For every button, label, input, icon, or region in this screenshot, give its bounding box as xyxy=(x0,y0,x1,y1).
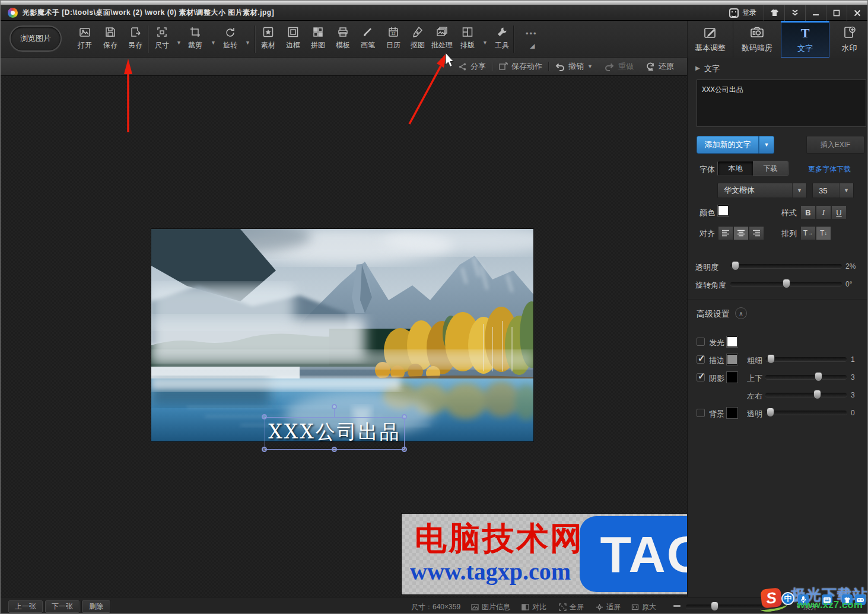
prev-image-button[interactable]: 上一张 xyxy=(8,600,43,613)
zoom-out-button[interactable] xyxy=(673,605,681,607)
underline-button[interactable]: U xyxy=(831,205,847,219)
align-left-button[interactable] xyxy=(718,226,733,240)
open-button[interactable]: 打开 xyxy=(72,24,98,55)
font-tab-local[interactable]: 本地 xyxy=(718,161,753,176)
align-center-button[interactable] xyxy=(733,226,749,240)
advanced-collapse-button[interactable]: ∧ xyxy=(735,307,747,319)
tab-digital-darkroom[interactable]: 数码暗房 xyxy=(733,21,781,58)
fit-screen-button[interactable]: 适屏 xyxy=(596,602,621,612)
stroke-checkbox[interactable] xyxy=(697,355,705,364)
stroke-width-knob[interactable] xyxy=(767,354,775,364)
selection-handle-nw[interactable] xyxy=(262,414,267,419)
original-size-button[interactable]: 原大 xyxy=(631,602,656,612)
bold-button[interactable]: B xyxy=(800,205,816,219)
selection-handle-ne[interactable] xyxy=(402,414,407,419)
frame-button[interactable]: 边框 xyxy=(280,24,306,55)
tab-basic-adjust[interactable]: 基本调整 xyxy=(687,21,733,58)
font-tab-download[interactable]: 下载 xyxy=(753,161,788,176)
glow-color-swatch[interactable] xyxy=(727,336,737,347)
collage-button[interactable]: 拼图 xyxy=(305,24,331,55)
zoom-slider-knob[interactable] xyxy=(711,602,718,611)
tab-text[interactable]: T 文字 xyxy=(781,21,829,58)
shadow-v-slider[interactable] xyxy=(765,375,847,379)
resize-button[interactable]: 尺寸 xyxy=(149,24,175,55)
add-new-text-dropdown[interactable]: ▼ xyxy=(759,136,774,154)
glow-checkbox[interactable] xyxy=(697,338,705,346)
fullscreen-button[interactable]: 全屏 xyxy=(559,602,584,612)
redo-button[interactable]: 重做 xyxy=(599,58,640,76)
shadow-h-knob[interactable] xyxy=(813,390,821,399)
rotate-slider-knob[interactable] xyxy=(783,279,790,288)
bg-opacity-knob[interactable] xyxy=(767,408,774,417)
close-button[interactable] xyxy=(847,5,867,21)
shadow-color-swatch[interactable] xyxy=(727,372,737,383)
maximize-button[interactable] xyxy=(826,5,847,21)
canvas-area[interactable]: XXX公司出品 电脑技术网 www.tagxp.com TAG xyxy=(1,76,687,597)
undo-dropdown-arrow[interactable]: ▼ xyxy=(587,63,593,69)
template-button[interactable]: 模板 xyxy=(330,24,356,55)
align-right-button[interactable] xyxy=(749,226,764,240)
selection-handle-s[interactable] xyxy=(332,447,337,452)
stroke-width-slider[interactable] xyxy=(765,357,847,361)
horizontal-text-button[interactable]: T→ xyxy=(800,226,816,240)
shadow-checkbox[interactable] xyxy=(697,373,705,381)
crop-button[interactable]: 裁剪 xyxy=(182,24,208,55)
opacity-slider[interactable] xyxy=(730,264,842,268)
resize-dropdown-arrow[interactable]: ▼ xyxy=(176,40,182,46)
selection-handle-se[interactable] xyxy=(402,447,407,452)
image-info-button[interactable]: 图片信息 xyxy=(471,602,510,612)
insert-exif-button[interactable]: 插入EXIF xyxy=(806,136,864,154)
rotate-slider[interactable] xyxy=(730,282,842,286)
calendar-button[interactable]: 12 日历 xyxy=(380,24,406,55)
rotate-button[interactable]: 旋转 xyxy=(217,24,243,55)
text-color-swatch[interactable] xyxy=(718,205,729,216)
original-size-label: 原大 xyxy=(642,602,656,612)
delete-image-button[interactable]: 删除 xyxy=(81,600,111,613)
toolbar-expand-triangle[interactable]: ◢ xyxy=(530,42,535,50)
more-fonts-link[interactable]: 更多字体下载 xyxy=(808,164,851,174)
collapse-toolbar-button[interactable] xyxy=(784,5,805,21)
shadow-h-slider[interactable] xyxy=(765,393,847,397)
panel-collapse-arrow[interactable]: ▶ xyxy=(695,65,700,71)
layout-button[interactable]: 排版 xyxy=(454,24,481,55)
text-selection-box[interactable] xyxy=(265,417,405,450)
browse-images-button[interactable]: 浏览图片 xyxy=(9,26,62,52)
save-as-button[interactable]: 另存 xyxy=(122,24,148,55)
login-button[interactable]: 登录 xyxy=(722,8,764,18)
layout-dropdown-arrow[interactable]: ▼ xyxy=(482,40,488,46)
background-checkbox[interactable] xyxy=(697,409,705,417)
restore-button[interactable]: 还原 xyxy=(640,58,680,76)
save-action-button[interactable]: 保存动作 xyxy=(492,58,548,76)
tab-watermark[interactable]: 水印 xyxy=(829,21,868,58)
background-color-swatch[interactable] xyxy=(727,408,737,418)
undo-button[interactable]: 撤销 ▼ xyxy=(549,58,599,76)
crop-dropdown-arrow[interactable]: ▼ xyxy=(211,40,216,46)
save-button[interactable]: 保存 xyxy=(97,24,123,55)
text-content-input[interactable]: XXX公司出品 xyxy=(697,79,866,127)
font-name-select[interactable]: 华文楷体 ▼ xyxy=(717,183,807,198)
add-new-text-button[interactable]: 添加新的文字 xyxy=(697,136,759,154)
skin-button[interactable] xyxy=(764,5,784,21)
font-size-select[interactable]: 35 ▼ xyxy=(812,183,854,198)
shadow-v-knob[interactable] xyxy=(815,372,822,381)
font-name-value: 华文楷体 xyxy=(718,185,792,196)
share-button[interactable]: 分享 xyxy=(452,58,492,76)
minimize-button[interactable] xyxy=(805,5,826,21)
toolbar-overflow-button[interactable]: ••• xyxy=(526,29,538,38)
tools-button[interactable]: 工具 xyxy=(489,24,515,55)
rotation-handle[interactable] xyxy=(332,404,337,409)
cutout-label: 抠图 xyxy=(411,40,425,50)
opacity-slider-knob[interactable] xyxy=(732,261,739,271)
vertical-text-button[interactable]: T↓ xyxy=(816,226,831,240)
bg-opacity-slider[interactable] xyxy=(765,411,847,415)
batch-button[interactable]: 批处理 xyxy=(427,24,457,55)
italic-button[interactable]: I xyxy=(816,205,831,219)
brush-button[interactable]: 画笔 xyxy=(355,24,381,55)
photo-image[interactable] xyxy=(151,229,533,441)
next-image-button[interactable]: 下一张 xyxy=(44,600,80,613)
selection-handle-sw[interactable] xyxy=(262,447,267,452)
compare-button[interactable]: 对比 xyxy=(522,602,546,612)
stroke-color-swatch[interactable] xyxy=(727,354,737,365)
rotate-dropdown-arrow[interactable]: ▼ xyxy=(245,40,250,46)
material-button[interactable]: 素材 xyxy=(255,24,281,55)
